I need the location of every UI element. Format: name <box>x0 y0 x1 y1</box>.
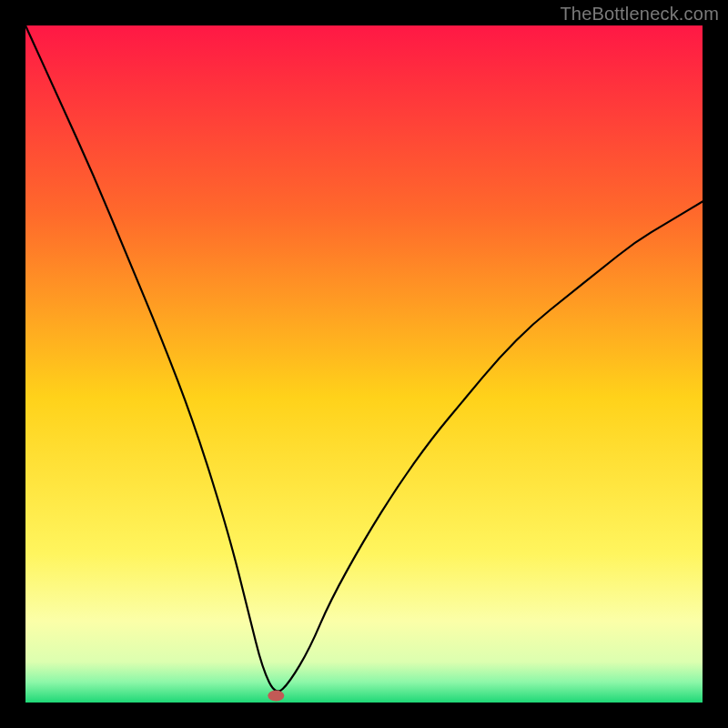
gradient-background <box>25 25 703 703</box>
watermark-label: TheBottleneck.com <box>560 4 719 25</box>
chart-frame: TheBottleneck.com <box>0 0 728 728</box>
optimum-marker <box>268 691 284 702</box>
plot-svg <box>25 25 703 703</box>
plot-area <box>25 25 703 703</box>
